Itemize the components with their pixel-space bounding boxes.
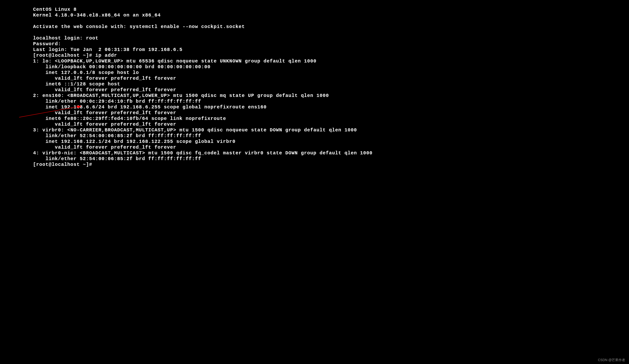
- terminal-line: inet6 ::1/128 scope host: [33, 81, 629, 87]
- terminal-line: valid_lft forever preferred_lft forever: [33, 145, 629, 150]
- terminal-line: Activate the web console with: systemctl…: [33, 24, 629, 30]
- terminal-line: valid_lft forever preferred_lft forever: [33, 87, 629, 93]
- terminal-line: valid_lft forever preferred_lft forever: [33, 76, 629, 81]
- terminal-line: inet 192.168.122.1/24 brd 192.168.122.25…: [33, 139, 629, 145]
- terminal-line: inet 192.168.6.6/24 brd 192.168.6.255 sc…: [33, 104, 629, 110]
- terminal-line: valid_lft forever preferred_lft forever: [33, 122, 629, 127]
- terminal-line: link/ether 52:54:00:06:85:2f brd ff:ff:f…: [33, 156, 629, 162]
- terminal-line: 3: virbr0: <NO-CARRIER,BROADCAST,MULTICA…: [33, 127, 629, 133]
- terminal-line: CentOS Linux 8: [33, 7, 629, 12]
- terminal-line: 1: lo: <LOOPBACK,UP,LOWER_UP> mtu 65536 …: [33, 58, 629, 64]
- terminal-line: 4: virbr0-nic: <BROADCAST,MULTICAST> mtu…: [33, 150, 629, 156]
- terminal-line: link/ether 52:54:00:06:85:2f brd ff:ff:f…: [33, 133, 629, 139]
- terminal-line: link/loopback 00:00:00:00:00:00 brd 00:0…: [33, 64, 629, 70]
- terminal-line: [33, 30, 629, 35]
- terminal-line: inet6 fe80::20c:29ff:fed4:10fb/64 scope …: [33, 116, 629, 122]
- terminal-line: [33, 18, 629, 24]
- terminal-output: CentOS Linux 8Kernel 4.18.0-348.el8.x86_…: [33, 7, 629, 168]
- watermark-text: CSDN @芒果作者: [598, 358, 625, 362]
- terminal-line: Password:: [33, 41, 629, 47]
- terminal-line: link/ether 00:0c:29:d4:10:fb brd ff:ff:f…: [33, 98, 629, 104]
- terminal-line: [root@localhost ~]#: [33, 162, 629, 168]
- terminal-line: localhost login: root: [33, 35, 629, 41]
- terminal-line: [root@localhost ~]# ip addr: [33, 53, 629, 58]
- terminal-line: inet 127.0.0.1/8 scope host lo: [33, 70, 629, 76]
- terminal-line: valid_lft forever preferred_lft forever: [33, 110, 629, 116]
- terminal-line: Kernel 4.18.0-348.el8.x86_64 on an x86_6…: [33, 12, 629, 18]
- terminal-line: Last login: Tue Jan 2 06:31:38 from 192.…: [33, 47, 629, 53]
- terminal-line: 2: ens160: <BROADCAST,MULTICAST,UP,LOWER…: [33, 93, 629, 98]
